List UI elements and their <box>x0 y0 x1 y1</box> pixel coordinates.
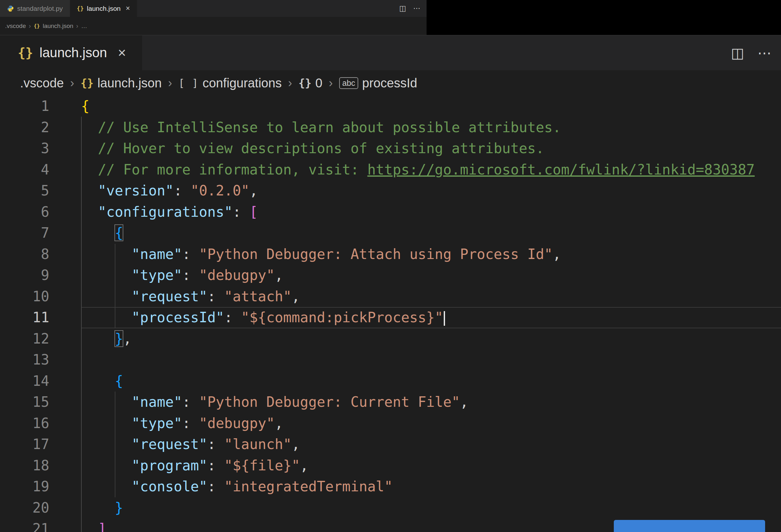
code-token: , <box>552 246 561 262</box>
code-token: : <box>207 436 224 452</box>
code-line[interactable]: 15 "name": "Python Debugger: Current Fil… <box>0 392 781 413</box>
black-panel <box>426 0 781 35</box>
line-number[interactable]: 11 <box>0 307 49 328</box>
code-line[interactable]: 13 <box>0 349 781 371</box>
code-line-content: "type": "debugpy", <box>81 413 781 434</box>
code-line-content: "name": "Python Debugger: Attach using P… <box>81 244 781 265</box>
editor-tab-bar: {} launch.json × ◫ ⋯ <box>0 35 781 70</box>
code-line[interactable]: 10 "request": "attach", <box>0 286 781 307</box>
code-token: https://go.microsoft.com/fwlink/?linkid=… <box>367 161 755 178</box>
code-line[interactable]: 2 // Use IntelliSense to learn about pos… <box>0 117 781 138</box>
add-configuration-button[interactable] <box>614 520 765 532</box>
line-number[interactable]: 8 <box>0 244 49 265</box>
code-token: , <box>291 288 300 304</box>
code-token: "name" <box>81 246 182 262</box>
breadcrumb-item-configurations[interactable]: [ ] configurations <box>179 76 282 90</box>
code-editor[interactable]: 1{2 // Use IntelliSense to learn about p… <box>0 96 781 532</box>
code-token: "type" <box>81 415 182 431</box>
code-token: { <box>115 225 123 241</box>
code-line[interactable]: 11 "processId": "${command:pickProcess}" <box>0 307 781 328</box>
line-number[interactable]: 4 <box>0 159 49 180</box>
code-token: "attach" <box>224 288 291 304</box>
chevron-right-icon: › <box>329 76 333 90</box>
breadcrumb-item-launch-json[interactable]: launch.json <box>43 23 73 30</box>
code-line[interactable]: 19 "console": "integratedTerminal" <box>0 476 781 497</box>
code-token: "Python Debugger: Current File" <box>199 394 460 410</box>
line-number[interactable]: 3 <box>0 138 49 159</box>
line-number[interactable]: 14 <box>0 371 49 392</box>
code-line[interactable]: 5 "version": "0.2.0", <box>0 180 781 202</box>
line-number[interactable]: 19 <box>0 476 49 497</box>
code-token: ] <box>98 521 107 532</box>
tab-launch-json[interactable]: {} launch.json × <box>0 35 142 70</box>
chevron-right-icon: › <box>70 76 74 90</box>
code-line[interactable]: 8 "name": "Python Debugger: Attach using… <box>0 244 781 265</box>
breadcrumb-item-processid[interactable]: abc processId <box>339 76 417 90</box>
line-number[interactable]: 5 <box>0 180 49 202</box>
line-number[interactable]: 12 <box>0 328 49 350</box>
code-lines: 1{2 // Use IntelliSense to learn about p… <box>0 96 781 532</box>
python-icon <box>7 5 14 12</box>
code-token: // Hover to view descriptions of existin… <box>81 140 544 156</box>
code-line[interactable]: 1{ <box>0 96 781 117</box>
code-line[interactable]: 6 "configurations": [ <box>0 202 781 223</box>
tab-launch-json-small[interactable]: {} launch.json × <box>70 0 137 17</box>
code-token: "type" <box>81 267 182 283</box>
line-number[interactable]: 21 <box>0 518 49 532</box>
line-number[interactable]: 7 <box>0 222 49 244</box>
more-actions-icon[interactable]: ⋯ <box>757 45 772 61</box>
line-number[interactable]: 20 <box>0 497 49 519</box>
code-token: "configurations" <box>81 204 233 220</box>
more-actions-icon[interactable]: ⋯ <box>413 4 420 13</box>
code-line[interactable]: 9 "type": "debugpy", <box>0 265 781 286</box>
line-number[interactable]: 10 <box>0 286 49 307</box>
line-number[interactable]: 1 <box>0 96 49 117</box>
code-token: "console" <box>81 478 207 494</box>
breadcrumb-item-0[interactable]: {} 0 <box>298 76 322 90</box>
line-number[interactable]: 17 <box>0 434 49 455</box>
breadcrumb-item-launch-json[interactable]: {} launch.json <box>81 76 162 90</box>
code-line[interactable]: 4 // For more information, visit: https:… <box>0 159 781 180</box>
text-cursor <box>444 311 445 326</box>
chevron-right-icon: › <box>76 22 79 30</box>
code-token: : <box>207 457 224 474</box>
breadcrumb-item-vscode[interactable]: .vscode <box>5 23 26 30</box>
code-line[interactable]: 14 { <box>0 371 781 392</box>
close-icon[interactable]: × <box>118 45 126 61</box>
line-number[interactable]: 2 <box>0 117 49 138</box>
line-number[interactable]: 15 <box>0 392 49 413</box>
code-token: "name" <box>81 394 182 410</box>
close-icon[interactable]: × <box>126 4 130 13</box>
code-line-content: // Hover to view descriptions of existin… <box>81 138 781 159</box>
line-number[interactable]: 6 <box>0 202 49 223</box>
code-line[interactable]: 18 "program": "${file}", <box>0 455 781 477</box>
vscode-window: standardplot.py {} launch.json × ◫ ⋯ .vs… <box>0 0 781 532</box>
line-number[interactable]: 13 <box>0 349 49 371</box>
code-line[interactable]: 12 }, <box>0 328 781 350</box>
code-line[interactable]: 17 "request": "launch", <box>0 434 781 455</box>
code-line[interactable]: 3 // Hover to view descriptions of exist… <box>0 138 781 159</box>
code-token: "launch" <box>224 436 291 452</box>
line-number[interactable]: 16 <box>0 413 49 434</box>
chevron-right-icon: › <box>168 76 172 90</box>
code-token: , <box>123 330 132 347</box>
code-token: } <box>115 500 123 516</box>
line-number[interactable]: 18 <box>0 455 49 477</box>
code-line-content: "request": "attach", <box>81 286 781 307</box>
breadcrumb-overflow[interactable]: … <box>81 23 87 30</box>
split-editor-icon[interactable]: ◫ <box>399 4 406 13</box>
line-number[interactable]: 9 <box>0 265 49 286</box>
chevron-right-icon: › <box>288 76 292 90</box>
code-token: , <box>275 415 283 431</box>
code-line[interactable]: 20 } <box>0 497 781 519</box>
code-line-content: // For more information, visit: https://… <box>81 159 781 180</box>
code-line[interactable]: 16 "type": "debugpy", <box>0 413 781 434</box>
code-line[interactable]: 7 { <box>0 222 781 244</box>
code-token: : <box>182 415 199 431</box>
tab-standardplot-py[interactable]: standardplot.py <box>0 0 70 17</box>
code-token: { <box>115 373 123 389</box>
split-editor-icon[interactable]: ◫ <box>731 45 744 61</box>
breadcrumb-item-vscode[interactable]: .vscode <box>20 76 64 90</box>
magnified-editor: {} launch.json × ◫ ⋯ .vscode › {} launch… <box>0 35 781 532</box>
code-token: : <box>182 246 199 262</box>
